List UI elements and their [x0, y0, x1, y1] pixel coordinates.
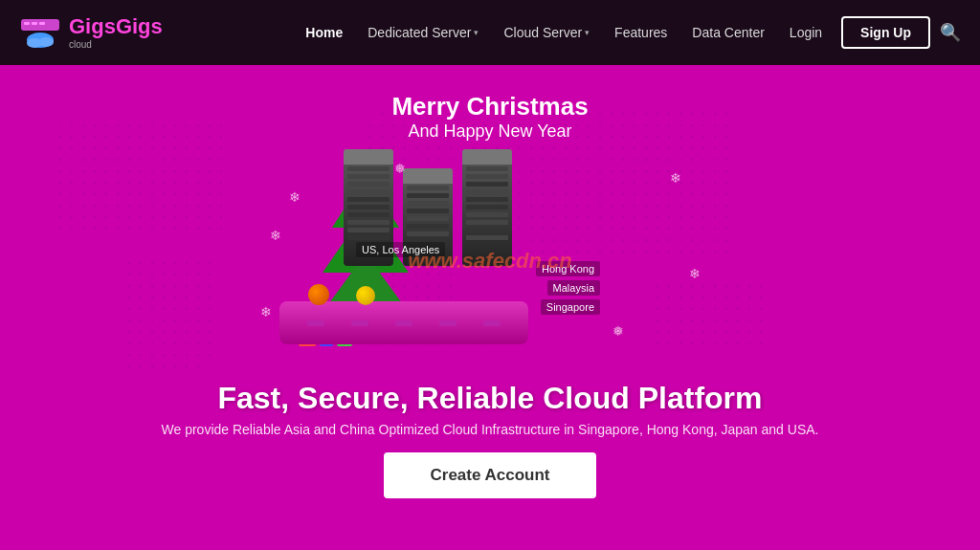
nav-item-features[interactable]: Features [605, 19, 677, 46]
location-sg: Singapore [541, 299, 600, 315]
nav-item-dedicated[interactable]: Dedicated Server ▾ [358, 19, 488, 46]
nav-item-home[interactable]: Home [296, 19, 352, 46]
snowflake: ❄ [670, 170, 681, 186]
hero-section: Merry Christmas And Happy New Year US, L… [0, 65, 980, 550]
nav-item-cloud[interactable]: Cloud Server ▾ [494, 19, 599, 46]
nav-links: Home Dedicated Server ▾ Cloud Server ▾ F… [296, 16, 930, 49]
snowflake: ❅ [394, 161, 406, 176]
logo-icon [19, 11, 61, 54]
nav-link-cloud[interactable]: Cloud Server ▾ [494, 19, 599, 46]
hero-subtext: We provide Reliable Asia and China Optim… [162, 422, 819, 437]
svg-rect-8 [57, 122, 230, 237]
svg-rect-3 [39, 22, 45, 25]
hero-bottom: Fast, Secure, Reliable Cloud Platform We… [162, 381, 819, 498]
nav-link-features[interactable]: Features [605, 19, 677, 46]
christmas-line2: And Happy New Year [391, 121, 588, 142]
snowflake: ❄ [289, 189, 301, 205]
svg-rect-2 [32, 22, 37, 25]
snowflake: ❅ [612, 323, 624, 339]
signup-button[interactable]: Sign Up [841, 16, 930, 49]
logo-text: GigsGigs [69, 15, 163, 38]
location-my: Malaysia [547, 280, 600, 296]
nav-link-home[interactable]: Home [296, 19, 352, 46]
hero-illustration: US, Los Angeles Hong Kong Malaysia Singa… [241, 151, 739, 371]
svg-rect-1 [24, 22, 30, 25]
navbar: GigsGigs cloud Home Dedicated Server ▾ C… [0, 0, 980, 65]
search-icon[interactable]: 🔍 [940, 22, 961, 43]
nav-link-dedicated[interactable]: Dedicated Server ▾ [358, 19, 488, 46]
nav-item-datacenter[interactable]: Data Center [682, 19, 773, 46]
nav-item-login[interactable]: Login [780, 19, 832, 46]
watermark: www.safecdn.cn [408, 249, 572, 274]
snowflake: ❄ [270, 228, 281, 243]
nav-link-datacenter[interactable]: Data Center [682, 19, 773, 46]
chevron-down-icon: ▾ [585, 28, 590, 37]
svg-point-6 [38, 37, 54, 47]
logo[interactable]: GigsGigs cloud [19, 11, 163, 54]
nav-link-login[interactable]: Login [780, 19, 832, 46]
snowflake: ❄ [689, 266, 701, 281]
hero-headline: Fast, Secure, Reliable Cloud Platform [162, 381, 819, 416]
logo-sub: cloud [69, 39, 163, 50]
create-account-button[interactable]: Create Account [384, 452, 595, 498]
chevron-down-icon: ▾ [474, 28, 479, 37]
server-platform [279, 301, 528, 344]
snowflake: ❄ [260, 304, 272, 319]
christmas-line1: Merry Christmas [391, 92, 588, 121]
svg-rect-9 [124, 256, 211, 371]
christmas-greeting: Merry Christmas And Happy New Year [391, 92, 588, 142]
nav-item-signup[interactable]: Sign Up [837, 16, 930, 49]
